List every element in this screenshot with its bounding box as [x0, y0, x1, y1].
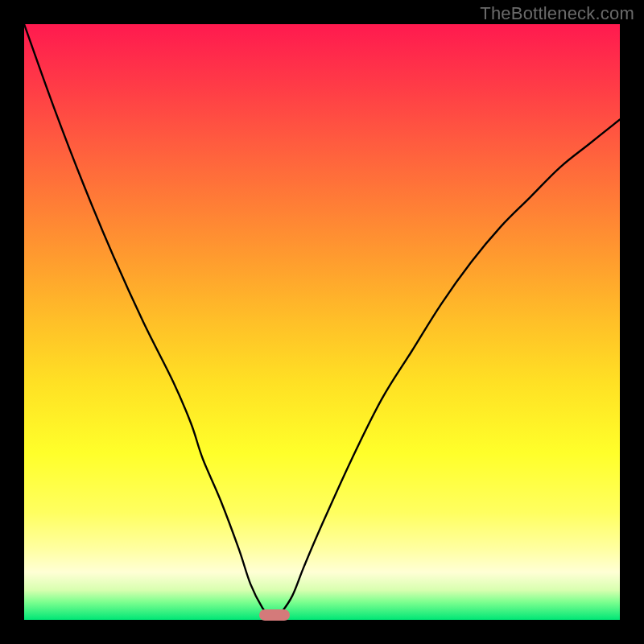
watermark-text: TheBottleneck.com: [480, 3, 634, 24]
bottleneck-curve: [24, 24, 620, 620]
chart-frame: TheBottleneck.com: [0, 0, 644, 644]
optimal-marker: [259, 609, 290, 621]
plot-area: [24, 24, 620, 620]
